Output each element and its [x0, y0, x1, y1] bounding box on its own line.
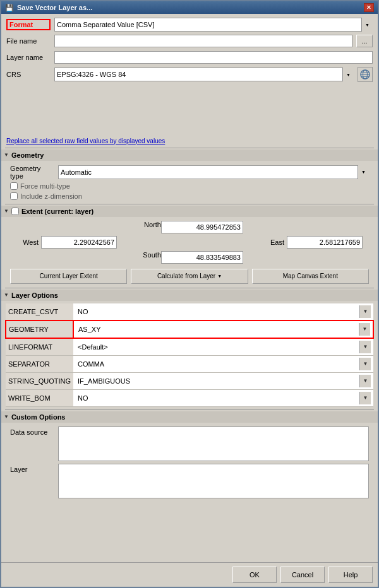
- custom-options-title: Custom Options: [11, 413, 66, 421]
- create-csvt-select-wrapper: NO ▼: [76, 305, 371, 318]
- lineformat-select[interactable]: <Default>: [76, 341, 371, 353]
- string-quoting-value-cell: IF_AMBIGUOUS ▼: [73, 372, 373, 389]
- separator-4: [5, 409, 374, 410]
- layer-options-triangle-icon: ▼: [4, 292, 9, 298]
- separator-key: SEPARATOR: [6, 355, 73, 372]
- layer-options-title: Layer Options: [11, 291, 58, 299]
- separator-2: [5, 204, 374, 204]
- force-multi-row: Force multi-type: [10, 182, 369, 190]
- calculate-from-layer-label: Calculate from Layer: [157, 273, 215, 279]
- layer-options-table: CREATE_CSVT NO ▼ GEOMETRY: [5, 303, 374, 407]
- create-csvt-select[interactable]: NO: [76, 305, 371, 318]
- help-button[interactable]: Help: [328, 567, 373, 583]
- browse-button[interactable]: ...: [356, 35, 373, 47]
- force-multi-checkbox[interactable]: [10, 182, 18, 190]
- geometry-value-cell: AS_XY ▼: [73, 320, 373, 338]
- write-bom-select[interactable]: NO: [76, 392, 371, 404]
- main-window: 💾 Save Vector Layer as... ✕ Format Comma…: [0, 0, 379, 588]
- layer-label: Layer: [10, 464, 54, 473]
- custom-options-triangle-icon: ▼: [4, 414, 9, 420]
- calculate-from-layer-button[interactable]: Calculate from Layer ▼: [131, 269, 248, 284]
- include-z-row: Include z-dimension: [10, 192, 369, 200]
- south-label: South: [136, 251, 161, 264]
- table-row: SEPARATOR COMMA ▼: [6, 355, 373, 372]
- geometry-section-header: ▼ Geometry: [1, 150, 378, 161]
- extent-title: Extent (current: layer): [21, 208, 93, 215]
- layername-input[interactable]: [54, 51, 373, 64]
- south-row: South: [10, 251, 369, 264]
- layer-row: Layer: [10, 464, 369, 498]
- write-bom-select-wrapper: NO ▼: [76, 392, 371, 404]
- top-form: Format Comma Separated Value [CSV] ▼ Fil…: [1, 14, 378, 132]
- geometry-type-select-wrapper: Automatic ▼: [58, 165, 369, 179]
- geometry-type-row: Geometry type Automatic ▼: [10, 165, 369, 180]
- table-row: CREATE_CSVT NO ▼: [6, 303, 373, 320]
- geometry-select-wrapper: AS_XY ▼: [76, 323, 370, 336]
- format-row: Format Comma Separated Value [CSV] ▼: [6, 18, 373, 32]
- east-input[interactable]: [287, 236, 363, 249]
- north-row: North: [10, 221, 369, 233]
- north-input[interactable]: [161, 221, 243, 233]
- extent-section-content: North West East South: [5, 218, 374, 286]
- north-label: North: [136, 221, 161, 233]
- create-csvt-value-cell: NO ▼: [73, 303, 373, 320]
- create-csvt-key: CREATE_CSVT: [6, 303, 73, 320]
- write-bom-value-cell: NO ▼: [73, 389, 373, 406]
- geometry-type-label: Geometry type: [10, 165, 54, 180]
- geometry-type-select[interactable]: Automatic: [58, 165, 369, 179]
- cancel-button[interactable]: Cancel: [280, 567, 325, 583]
- write-bom-key: WRITE_BOM: [6, 389, 73, 406]
- extent-section-header: ▼ Extent (current: layer): [1, 206, 378, 217]
- layer-textarea[interactable]: [58, 464, 369, 498]
- geometry-key: GEOMETRY: [6, 320, 73, 338]
- table-row: WRITE_BOM NO ▼: [6, 389, 373, 406]
- crs-select[interactable]: EPSG:4326 - WGS 84: [54, 68, 354, 81]
- string-quoting-key: STRING_QUOTING: [6, 372, 73, 389]
- string-quoting-select[interactable]: IF_AMBIGUOUS: [76, 375, 371, 387]
- separator-1: [5, 148, 374, 148]
- ok-button[interactable]: OK: [232, 567, 277, 583]
- west-label: West: [16, 238, 39, 246]
- separator-value-cell: COMMA ▼: [73, 355, 373, 372]
- table-row: STRING_QUOTING IF_AMBIGUOUS ▼: [6, 372, 373, 389]
- extent-triangle-icon: ▼: [4, 208, 9, 214]
- scroll-inner[interactable]: Replace all selected raw field values by…: [1, 132, 378, 563]
- format-select-wrapper: Comma Separated Value [CSV] ▼: [54, 18, 373, 32]
- geometry-select[interactable]: AS_XY: [76, 323, 370, 336]
- include-z-label: Include z-dimension: [20, 192, 82, 200]
- map-canvas-extent-button[interactable]: Map Canvas Extent: [252, 269, 369, 284]
- south-input[interactable]: [161, 251, 243, 264]
- custom-options-content: Data source Layer: [5, 424, 374, 501]
- west-field: West: [16, 236, 117, 249]
- filename-input[interactable]: [54, 35, 352, 47]
- west-input[interactable]: [41, 236, 117, 249]
- bottom-buttons-bar: OK Cancel Help: [1, 562, 378, 587]
- geometry-triangle-icon: ▼: [4, 152, 9, 158]
- bottom-spacer: [5, 501, 374, 514]
- scroll-container: Replace all selected raw field values by…: [1, 132, 378, 563]
- format-select[interactable]: Comma Separated Value [CSV]: [54, 18, 373, 32]
- separator-select[interactable]: COMMA: [76, 358, 371, 370]
- geometry-section-content: Geometry type Automatic ▼ Force multi-ty…: [5, 162, 374, 203]
- datasource-label: Data source: [10, 426, 54, 436]
- separator-3: [5, 288, 374, 288]
- format-label: Format: [6, 19, 51, 30]
- crs-globe-button[interactable]: [358, 67, 373, 82]
- filename-label: File name: [6, 37, 51, 45]
- force-multi-label: Force multi-type: [20, 182, 70, 190]
- crs-label: CRS: [6, 71, 51, 78]
- datasource-textarea[interactable]: [58, 426, 369, 461]
- string-quoting-select-wrapper: IF_AMBIGUOUS ▼: [76, 375, 371, 387]
- extent-buttons-row: Current Layer Extent Calculate from Laye…: [10, 269, 369, 284]
- title-bar-left: 💾 Save Vector Layer as...: [5, 4, 92, 12]
- custom-options-header: ▼ Custom Options: [1, 411, 378, 423]
- current-layer-extent-button[interactable]: Current Layer Extent: [10, 269, 127, 284]
- lineformat-value-cell: <Default> ▼: [73, 338, 373, 356]
- include-z-checkbox[interactable]: [10, 192, 18, 200]
- calc-dropdown-arrow: ▼: [217, 274, 222, 278]
- close-button[interactable]: ✕: [364, 3, 374, 12]
- layername-row: Layer name: [6, 50, 373, 64]
- replace-values-link[interactable]: Replace all selected raw field values by…: [6, 138, 165, 144]
- geometry-title: Geometry: [11, 151, 44, 159]
- extent-checkbox[interactable]: [11, 208, 19, 215]
